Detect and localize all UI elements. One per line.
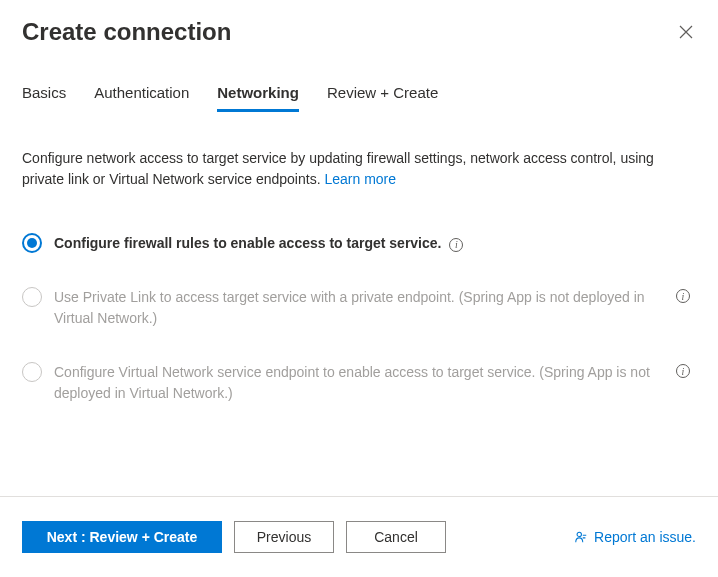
- info-icon[interactable]: i: [449, 238, 463, 252]
- radio-firewall[interactable]: [22, 233, 42, 253]
- option-firewall[interactable]: Configure firewall rules to enable acces…: [22, 222, 696, 264]
- next-review-create-button[interactable]: Next : Review + Create: [22, 521, 222, 553]
- tab-authentication[interactable]: Authentication: [94, 84, 189, 112]
- svg-point-0: [577, 532, 581, 536]
- report-issue-label: Report an issue.: [594, 529, 696, 545]
- radio-vnet-endpoint: [22, 362, 42, 382]
- report-issue-link[interactable]: Report an issue.: [574, 529, 696, 545]
- footer: Next : Review + Create Previous Cancel R…: [0, 503, 718, 577]
- option-vnet-endpoint: Configure Virtual Network service endpoi…: [22, 351, 696, 414]
- previous-button[interactable]: Previous: [234, 521, 334, 553]
- footer-divider: [0, 496, 718, 497]
- radio-private-link: [22, 287, 42, 307]
- option-private-link: Use Private Link to access target servic…: [22, 276, 696, 339]
- option-vnet-endpoint-label: Configure Virtual Network service endpoi…: [54, 361, 664, 404]
- info-icon[interactable]: i: [676, 364, 690, 378]
- tab-basics[interactable]: Basics: [22, 84, 66, 112]
- person-icon: [574, 530, 588, 544]
- tab-description: Configure network access to target servi…: [0, 112, 718, 192]
- tabs: Basics Authentication Networking Review …: [0, 56, 718, 112]
- panel-title: Create connection: [22, 18, 231, 46]
- option-firewall-label: Configure firewall rules to enable acces…: [54, 232, 441, 254]
- close-button[interactable]: [676, 22, 696, 42]
- option-private-link-label: Use Private Link to access target servic…: [54, 286, 664, 329]
- tab-review-create[interactable]: Review + Create: [327, 84, 438, 112]
- networking-options: Configure firewall rules to enable acces…: [0, 192, 718, 414]
- cancel-button[interactable]: Cancel: [346, 521, 446, 553]
- learn-more-link[interactable]: Learn more: [324, 171, 396, 187]
- tab-networking[interactable]: Networking: [217, 84, 299, 112]
- info-icon[interactable]: i: [676, 289, 690, 303]
- close-icon: [679, 25, 693, 39]
- panel-header: Create connection: [0, 0, 718, 56]
